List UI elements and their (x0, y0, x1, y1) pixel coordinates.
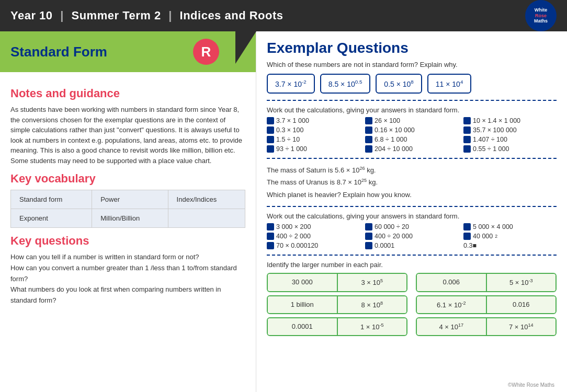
saturn-line2: The mass of Uranus is 8.7 × 1025 kg. (267, 176, 557, 189)
large-calc-icon-5 (365, 233, 372, 240)
vocab-cell-index: Index/Indices (168, 190, 245, 209)
vocab-cell-exponent: Exponent (11, 209, 92, 228)
left-panel: Standard Form R Notes and guidance As st… (0, 31, 256, 392)
logo-line3: Maths (534, 18, 548, 24)
compare-cell-1a1: 30 000 (268, 274, 338, 291)
saturn-line1: The mass of Saturn is 5.6 × 1026 kg. (267, 164, 557, 177)
sf-option-4: 11 × 104 (427, 74, 472, 94)
vocab-table: Standard form Power Index/Indices Expone… (10, 190, 245, 228)
calc-icon-12 (463, 145, 471, 153)
exemplar-title: Exemplar Questions (267, 40, 557, 56)
right-panel: Exemplar Questions Which of these number… (256, 31, 567, 392)
separator1: | (60, 9, 64, 22)
separator-3 (267, 206, 557, 207)
compare-cell-1b2: 5 × 10-3 (487, 274, 556, 291)
standard-form-header: Standard Form R (0, 31, 256, 72)
compare-cell-2b2: 0.016 (487, 296, 556, 313)
separator-4 (267, 255, 557, 256)
large-calc-icon-3 (463, 223, 471, 230)
compare-group-1a: 30 000 3 × 105 (267, 273, 407, 292)
calc-icon-3 (463, 117, 471, 124)
question-1: How can you tell if a number is written … (10, 252, 245, 263)
compare-group-3b: 4 × 1017 7 × 1014 (416, 317, 557, 336)
large-calc-grid: 3 000 × 200 60 000 ÷ 20 5 000 × 4 000 40… (267, 223, 557, 249)
vocab-cell-standard-form: Standard form (11, 190, 92, 209)
calc-grid-1: 3.7 × 1 000 26 × 100 10 × 1.4 × 1 000 0.… (267, 117, 557, 153)
notes-text: As students have been working with numbe… (10, 105, 245, 166)
compare-cell-3a1: 0.0001 (268, 318, 338, 335)
large-calc-2: 60 000 ÷ 20 (365, 223, 458, 230)
compare-group-2b: 6.1 × 10-2 0.016 (416, 295, 557, 314)
large-calc-8: 0.0001 (365, 242, 458, 249)
compare-group-1b: 0.006 5 × 10-3 (416, 273, 557, 292)
large-calc-icon-8 (365, 242, 372, 249)
calc-icon-1 (267, 117, 274, 124)
calc-icon-2 (365, 117, 372, 124)
q5-subtitle: Identify the larger number in each pair. (267, 261, 557, 269)
vocab-cell-million: Million/Billion (92, 209, 168, 228)
calc-icon-8 (365, 136, 372, 143)
calc-icon-4 (267, 126, 274, 134)
left-content: Notes and guidance As students have been… (0, 72, 256, 315)
year-label: Year 10 (10, 9, 53, 22)
calc-icon-11 (365, 145, 372, 153)
r-badge: R (193, 39, 219, 65)
separator2: | (168, 9, 172, 22)
separator-2 (267, 158, 557, 159)
compare-group-2a: 1 billion 8 × 108 (267, 295, 407, 314)
compare-cell-3b1: 4 × 1017 (417, 318, 487, 335)
logo-line1: White (535, 7, 548, 13)
logo-line2: Rose (535, 13, 547, 19)
header-title: Year 10 | Summer Term 2 | Indices and Ro… (10, 9, 284, 22)
compare-row-1: 30 000 3 × 105 0.006 5 × 10-3 (267, 273, 557, 292)
question-2: How can you convert a number greater tha… (10, 263, 245, 285)
calc-4: 0.3 × 100 (267, 126, 360, 134)
notes-title: Notes and guidance (10, 87, 245, 100)
calc-2: 26 × 100 (365, 117, 458, 124)
compare-cell-1b1: 0.006 (417, 274, 487, 291)
large-calc-6: 40 0002 (463, 233, 557, 240)
calc-6: 35.7 × 100 000 (463, 126, 557, 134)
question-3: What numbers do you look at first when c… (10, 284, 245, 306)
compare-cell-1a2: 3 × 105 (338, 274, 407, 291)
q4-subtitle: Work out the calculations, giving your a… (267, 212, 557, 220)
calc-11: 204 ÷ 10 000 (365, 145, 458, 153)
header: Year 10 | Summer Term 2 | Indices and Ro… (0, 0, 567, 31)
separator-1 (267, 100, 557, 101)
vocab-row-1: Standard form Power Index/Indices (11, 190, 245, 209)
vocab-title: Key vocabulary (10, 172, 245, 186)
calc-9: 1.407 ÷ 100 (463, 136, 557, 143)
calc-3: 10 × 1.4 × 1 000 (463, 117, 557, 124)
topic-label: Indices and Roots (180, 9, 284, 22)
large-calc-4: 400 ÷ 2 000 (267, 233, 360, 240)
large-calc-5: 400 ÷ 20 000 (365, 233, 458, 240)
calc-icon-10 (267, 145, 274, 153)
sf-option-1: 3.7 × 10-2 (267, 74, 315, 94)
calc-5: 0.16 × 10 000 (365, 126, 458, 134)
large-calc-9: 0.3■ (463, 242, 557, 249)
saturn-section: The mass of Saturn is 5.6 × 1026 kg. The… (267, 164, 557, 201)
large-calc-icon-2 (365, 223, 372, 230)
compare-pairs: 30 000 3 × 105 0.006 5 × 10-3 1 billion … (267, 273, 557, 336)
calc-icon-6 (463, 126, 471, 134)
large-calc-icon-7 (267, 242, 274, 249)
sf-options: 3.7 × 10-2 8.5 × 100.5 0.5 × 108 11 × 10… (267, 74, 557, 94)
questions-title: Key questions (10, 234, 245, 248)
large-calc-icon-6 (463, 233, 471, 240)
q2-subtitle: Work out the calculations, giving your a… (267, 106, 557, 114)
calc-icon-7 (267, 136, 274, 143)
compare-row-2: 1 billion 8 × 108 6.1 × 10-2 0.016 (267, 295, 557, 314)
vocab-row-2: Exponent Million/Billion (11, 209, 245, 228)
compare-row-3: 0.0001 1 × 10-5 4 × 1017 7 × 1014 (267, 317, 557, 336)
calc-8: 6.8 ÷ 1 000 (365, 136, 458, 143)
large-calc-1: 3 000 × 200 (267, 223, 360, 230)
term-label: Summer Term 2 (71, 9, 161, 22)
large-calc-7: 70 × 0.000120 (267, 242, 360, 249)
vocab-cell-power: Power (92, 190, 168, 209)
compare-cell-2a2: 8 × 108 (338, 296, 407, 313)
wrm-logo: White Rose Maths (525, 0, 557, 31)
large-calc-3: 5 000 × 4 000 (463, 223, 557, 230)
sf-option-2: 8.5 × 100.5 (320, 74, 371, 94)
sf-option-3: 0.5 × 108 (376, 74, 422, 94)
sf-title: Standard Form (10, 44, 107, 60)
